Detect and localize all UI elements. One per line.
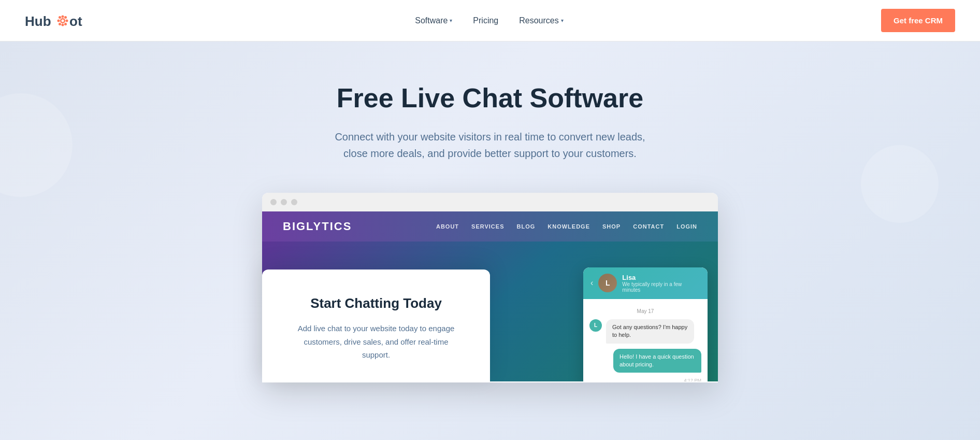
chat-messages: May 17 L Got any questions? I'm happy to…: [583, 299, 708, 381]
chat-agent-info: Lisa We typically reply in a few minutes: [622, 274, 700, 293]
chat-header: ‹ L Lisa We typically reply in a few min…: [583, 267, 708, 299]
biglytics-navbar: BIGLYTICS ABOUT SERVICES BLOG KNOWLEDGE …: [262, 211, 718, 242]
chat-msg-bubble-user: Hello! I have a quick question about pri…: [613, 349, 701, 373]
biglytics-nav-knowledge: KNOWLEDGE: [547, 223, 590, 230]
chevron-down-icon: ▾: [450, 18, 452, 23]
chat-time: 4:12 PM: [589, 378, 701, 381]
nav-label-pricing: Pricing: [473, 16, 498, 25]
browser-mockup: BIGLYTICS ABOUT SERVICES BLOG KNOWLEDGE …: [262, 193, 718, 382]
chat-msg-bubble-bot: Got any questions? I'm happy to help.: [606, 319, 694, 344]
biglytics-nav-login: LOGIN: [676, 223, 697, 230]
browser-dot-3: [291, 199, 297, 205]
hero-section: Free Live Chat Software Connect with you…: [0, 41, 980, 440]
nav-item-pricing[interactable]: Pricing: [465, 12, 507, 30]
nav-links: Software ▾ Pricing Resources ▾: [407, 12, 572, 30]
svg-point-11: [62, 19, 64, 22]
svg-point-9: [59, 23, 61, 25]
white-card-overlay: Start Chatting Today Add live chat to yo…: [262, 269, 490, 382]
bg-circle-right: [861, 145, 939, 223]
biglytics-nav-about: ABOUT: [436, 223, 459, 230]
chat-msg-avatar: L: [589, 319, 602, 332]
card-title: Start Chatting Today: [293, 295, 459, 311]
svg-point-7: [64, 23, 67, 25]
nav-item-software[interactable]: Software ▾: [407, 12, 460, 30]
biglytics-nav-blog: BLOG: [516, 223, 535, 230]
svg-point-4: [57, 19, 60, 22]
chat-agent-name: Lisa: [622, 274, 700, 281]
chat-message-bot: L Got any questions? I'm happy to help.: [589, 319, 701, 344]
hero-subtitle-line1: Connect with your website visitors in re…: [335, 131, 645, 143]
svg-point-8: [64, 16, 67, 19]
nav-label-resources: Resources: [519, 16, 558, 25]
chat-date: May 17: [589, 308, 701, 314]
hero-title: Free Live Chat Software: [335, 83, 645, 114]
chat-avatar: L: [598, 274, 617, 292]
get-free-crm-button[interactable]: Get free CRM: [881, 9, 955, 32]
chat-message-user: Hello! I have a quick question about pri…: [589, 349, 701, 373]
hubspot-logo: Hub ot: [25, 10, 97, 31]
chat-agent-status: We typically reply in a few minutes: [622, 281, 700, 293]
svg-point-5: [66, 19, 68, 22]
svg-point-3: [62, 23, 64, 26]
biglytics-nav-links: ABOUT SERVICES BLOG KNOWLEDGE SHOP CONTA…: [436, 223, 697, 230]
hubspot-logo-svg: Hub ot: [25, 10, 97, 31]
browser-dot-1: [270, 199, 277, 205]
bg-circle-left: [0, 93, 73, 197]
nav-label-software: Software: [415, 16, 448, 25]
biglytics-logo: BIGLYTICS: [283, 220, 352, 233]
biglytics-nav-contact: CONTACT: [633, 223, 664, 230]
chevron-down-icon-2: ▾: [561, 18, 564, 23]
browser-toolbar: [262, 193, 718, 211]
biglytics-nav-services: SERVICES: [471, 223, 504, 230]
biglytics-nav-shop: SHOP: [602, 223, 621, 230]
nav-item-resources[interactable]: Resources ▾: [511, 12, 571, 30]
navbar: Hub ot Software ▾: [0, 0, 980, 41]
card-subtitle: Add live chat to your website today to e…: [293, 322, 459, 362]
svg-text:ot: ot: [69, 13, 82, 29]
chat-widget: ‹ L Lisa We typically reply in a few min…: [583, 267, 708, 381]
hero-text: Free Live Chat Software Connect with you…: [335, 83, 645, 162]
hero-subtitle-line2: close more deals, and provide better sup…: [343, 148, 637, 159]
svg-text:Hub: Hub: [25, 13, 51, 29]
svg-point-2: [62, 15, 64, 18]
chat-back-button[interactable]: ‹: [590, 278, 593, 288]
svg-point-6: [59, 16, 61, 19]
hero-subtitle: Connect with your website visitors in re…: [335, 129, 645, 162]
browser-dot-2: [281, 199, 287, 205]
